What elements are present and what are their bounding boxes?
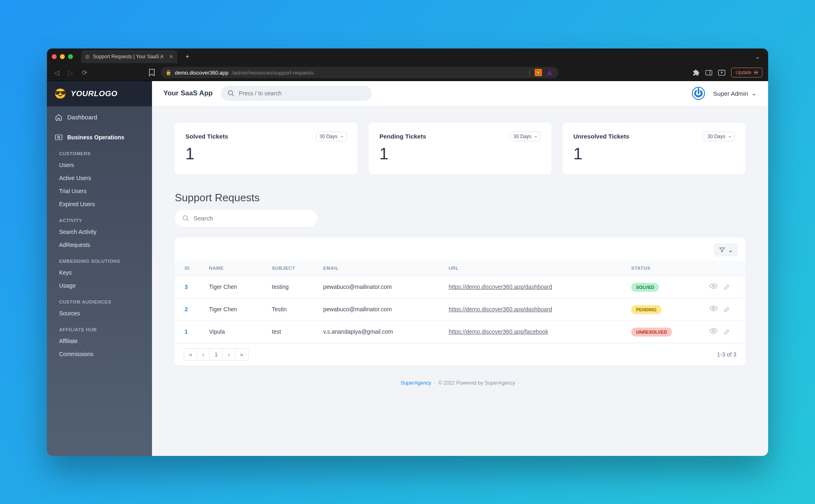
sidebar-item-sources[interactable]: Sources [47, 307, 152, 320]
home-icon [55, 114, 62, 121]
row-id-link[interactable]: 1 [185, 328, 188, 335]
sidebar-group-label: CUSTOM AUDIENCES [47, 292, 152, 307]
sidebar-group-label: AFFILIATE HUB [47, 320, 152, 335]
nav-reload-icon[interactable]: ⟳ [80, 69, 88, 77]
install-app-icon[interactable] [718, 70, 725, 76]
metric-card: Solved Tickets 30 Days 1 [175, 123, 357, 174]
brave-rewards-icon[interactable] [546, 69, 553, 76]
tab-overflow-icon[interactable]: ⌄ [752, 53, 763, 60]
sidepanel-icon[interactable] [705, 70, 712, 76]
sidebar-item-affiliate[interactable]: Affiliate [47, 335, 152, 348]
sidebar-item-adrequests[interactable]: AdRequests [47, 238, 152, 251]
extensions-icon[interactable] [693, 69, 700, 76]
column-header[interactable]: SUBJECT [266, 261, 317, 276]
metric-card: Unresolved Tickets 30 Days 1 [563, 123, 745, 174]
main: Your SaaS App ⏻ Super Admin ⌄ Solved Tic… [152, 81, 768, 456]
sidebar: 😎 YOURLOGO Dashboard Business Operations… [47, 81, 152, 456]
window-maximize[interactable] [68, 54, 73, 59]
sidebar-item-active-users[interactable]: Active Users [47, 172, 152, 185]
svg-point-4 [57, 136, 59, 138]
sidebar-section-business-ops[interactable]: Business Operations [47, 128, 152, 144]
sidebar-item-users[interactable]: Users [47, 158, 152, 172]
row-name: Tiger Chen [203, 298, 266, 320]
metric-title: Unresolved Tickets [573, 133, 629, 140]
column-header[interactable]: EMAIL [317, 261, 443, 276]
browser-tab[interactable]: ◍ Support Requests | Your SaaS A ✕ [81, 50, 177, 63]
sidebar-item-dashboard[interactable]: Dashboard [47, 106, 152, 128]
footer-copy: © 2022 Powered by SuperAgency [438, 380, 515, 386]
pager-button[interactable]: 1 [209, 348, 223, 361]
table-toolbar: ⌄ [175, 238, 745, 261]
search-icon [227, 90, 235, 97]
new-tab-button[interactable]: + [185, 53, 189, 60]
sidebar-item-commissions[interactable]: Commissions [47, 348, 152, 361]
pager-button[interactable]: » [235, 348, 249, 361]
row-email: pewabuco@mailinator.com [317, 275, 443, 298]
svg-point-7 [183, 216, 187, 220]
column-header-actions [694, 261, 745, 276]
nav-forward-icon: ▷ [66, 69, 75, 77]
column-header[interactable]: NAME [203, 261, 266, 276]
chevron-down-icon: ⌄ [728, 246, 733, 254]
metric-period-select[interactable]: 30 Days [704, 132, 735, 141]
svg-point-10 [713, 307, 715, 309]
logo-text: YOURLOGO [71, 89, 118, 98]
filter-button[interactable]: ⌄ [714, 243, 738, 257]
pager-button[interactable]: ‹ [198, 348, 210, 361]
global-search[interactable] [221, 86, 372, 101]
view-icon[interactable] [709, 306, 718, 313]
url-field[interactable]: 🔒 demo.discover360.app/admin/resources/s… [161, 67, 558, 78]
sidebar-group-label: CUSTOMERS [47, 144, 152, 158]
row-id-link[interactable]: 2 [185, 306, 188, 313]
pagination-range: 1-3 of 3 [717, 351, 736, 358]
window-minimize[interactable] [60, 54, 65, 59]
tab-close-icon[interactable]: ✕ [169, 54, 173, 59]
row-id-link[interactable]: 3 [185, 284, 188, 290]
metric-period-select[interactable]: 30 Days [510, 132, 541, 141]
power-icon[interactable]: ⏻ [692, 87, 705, 100]
svg-point-5 [228, 90, 233, 95]
sidebar-item-keys[interactable]: Keys [47, 266, 152, 279]
sidebar-group-label: ACTIVITY [47, 211, 152, 225]
brave-shield-icon[interactable]: 🦁 [535, 69, 542, 76]
edit-icon[interactable] [723, 283, 731, 291]
column-header[interactable]: STATUS [626, 261, 694, 276]
chevron-down-icon: ⌄ [751, 90, 757, 97]
nav-back-icon[interactable]: ◁ [53, 69, 61, 77]
view-icon[interactable] [709, 328, 718, 335]
row-name: Tiger Chen [203, 275, 266, 298]
sidebar-item-usage[interactable]: Usage [47, 279, 152, 292]
row-url-link[interactable]: https://demo.discover360.app/facebook [449, 328, 548, 335]
table-row: 2 Tiger Chen Testin pewabuco@mailinator.… [175, 298, 745, 320]
window-close[interactable] [52, 54, 57, 59]
column-header[interactable]: ID [175, 261, 203, 276]
status-badge: UNRESOLVED [631, 328, 672, 337]
column-header[interactable]: URL [443, 261, 626, 276]
edit-icon[interactable] [723, 306, 731, 313]
pager-button[interactable]: › [223, 348, 235, 361]
url-path: /admin/resources/support-requests [232, 70, 314, 76]
pager-button[interactable]: « [184, 348, 198, 361]
url-domain: demo.discover360.app [175, 70, 229, 76]
sidebar-item-search-activity[interactable]: Search Activity [47, 225, 152, 238]
app-footer: SuperAgency · © 2022 Powered by SuperAge… [152, 374, 768, 390]
row-url-link[interactable]: https://demo.discover360.app/dashboard [449, 306, 552, 313]
edit-icon[interactable] [723, 328, 731, 335]
table-card: ⌄ IDNAMESUBJECTEMAILURLSTATUS 3 Tiger Ch… [175, 238, 745, 365]
row-email: v.s.anandapiya@gmail.com [317, 320, 443, 343]
footer-brand-link[interactable]: SuperAgency [401, 380, 431, 386]
sidebar-logo[interactable]: 😎 YOURLOGO [47, 81, 152, 106]
view-icon[interactable] [709, 283, 718, 291]
bookmark-icon[interactable] [149, 69, 155, 76]
content: Solved Tickets 30 Days 1 Pending Tickets… [152, 106, 768, 374]
filter-icon [719, 246, 725, 253]
metric-period-select[interactable]: 30 Days [316, 132, 347, 141]
global-search-input[interactable] [239, 90, 365, 97]
local-search-input[interactable] [194, 215, 310, 222]
sidebar-item-expired-users[interactable]: Expired Users [47, 198, 152, 211]
local-search[interactable] [175, 210, 317, 227]
sidebar-item-trial-users[interactable]: Trial Users [47, 185, 152, 198]
user-menu[interactable]: Super Admin ⌄ [713, 90, 757, 97]
update-button[interactable]: Update [731, 68, 762, 77]
row-url-link[interactable]: https://demo.discover360.app/dashboard [449, 284, 552, 290]
